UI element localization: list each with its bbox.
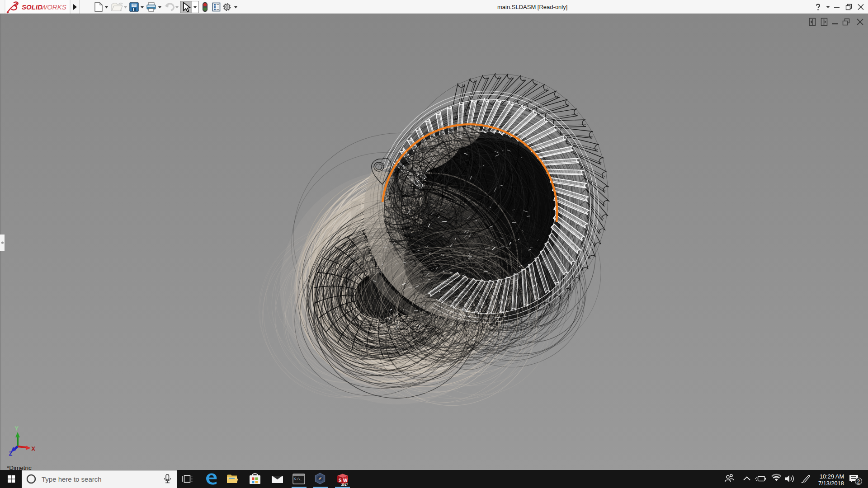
svg-text:main.SLDASM [Read-only]: main.SLDASM [Read-only] <box>497 4 567 10</box>
svg-text:WORKS: WORKS <box>41 3 66 11</box>
svg-text:Y: Y <box>15 426 19 431</box>
svg-text:C:\_: C:\_ <box>294 477 302 481</box>
svg-text:SOLID: SOLID <box>22 3 42 11</box>
svg-text:X: X <box>32 446 35 451</box>
svg-text:*Dimetric: *Dimetric <box>7 465 32 470</box>
svg-text:2: 2 <box>857 479 860 485</box>
svg-text:2017: 2017 <box>341 483 348 486</box>
svg-text:W: W <box>343 478 348 483</box>
svg-text:Type here to search: Type here to search <box>42 475 102 483</box>
svg-text:7/13/2018: 7/13/2018 <box>818 480 844 487</box>
svg-text:10:29 AM: 10:29 AM <box>820 473 844 480</box>
svg-text:S: S <box>339 478 342 483</box>
svg-text:Z: Z <box>9 451 12 456</box>
